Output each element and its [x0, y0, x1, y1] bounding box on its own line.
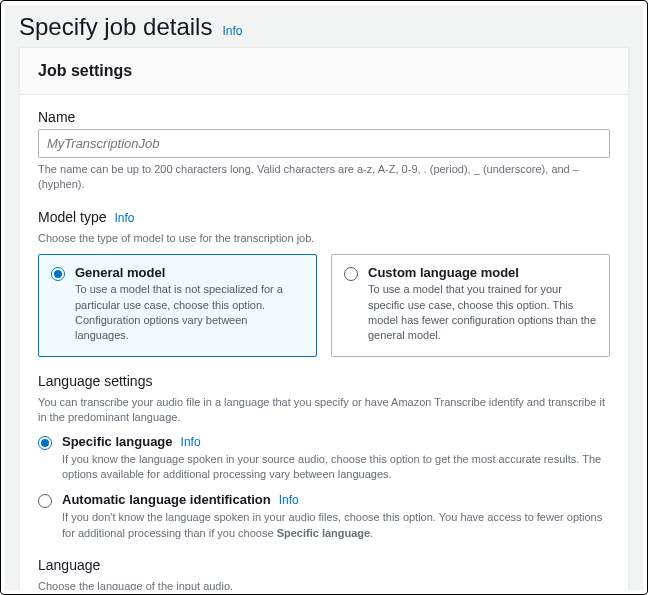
language-label: Language [38, 557, 100, 573]
model-type-label: Model type [38, 209, 106, 225]
radio-icon[interactable] [38, 436, 52, 450]
specific-language-desc: If you know the language spoken in your … [62, 452, 610, 483]
specific-language-title[interactable]: Specific language [62, 434, 173, 449]
model-type-desc: Choose the type of model to use for the … [38, 231, 610, 246]
custom-model-title: Custom language model [368, 265, 597, 280]
automatic-language-info-link[interactable]: Info [279, 493, 299, 507]
custom-model-desc: To use a model that you trained for your… [368, 282, 597, 344]
general-model-desc: To use a model that is not specialized f… [75, 282, 304, 344]
language-settings-label: Language settings [38, 373, 152, 389]
name-label: Name [38, 109, 610, 125]
panel-title: Job settings [38, 62, 610, 80]
automatic-language-desc: If you don't know the language spoken in… [62, 510, 610, 541]
radio-icon [344, 267, 358, 281]
job-settings-panel: Job settings Name The name can be up to … [19, 47, 629, 590]
page-title: Specify job details [19, 13, 212, 41]
specific-language-info-link[interactable]: Info [181, 435, 201, 449]
language-settings-desc: You can transcribe your audio file in a … [38, 395, 610, 426]
automatic-language-title[interactable]: Automatic language identification [62, 492, 271, 507]
name-hint: The name can be up to 200 characters lon… [38, 162, 610, 193]
name-input[interactable] [38, 129, 610, 158]
model-type-custom-tile[interactable]: Custom language model To use a model tha… [331, 254, 610, 357]
model-type-general-tile[interactable]: General model To use a model that is not… [38, 254, 317, 357]
page-info-link[interactable]: Info [222, 24, 242, 38]
language-desc: Choose the language of the input audio. [38, 579, 610, 590]
radio-icon[interactable] [38, 494, 52, 508]
model-type-info-link[interactable]: Info [114, 211, 134, 225]
general-model-title: General model [75, 265, 304, 280]
radio-icon [51, 267, 65, 281]
